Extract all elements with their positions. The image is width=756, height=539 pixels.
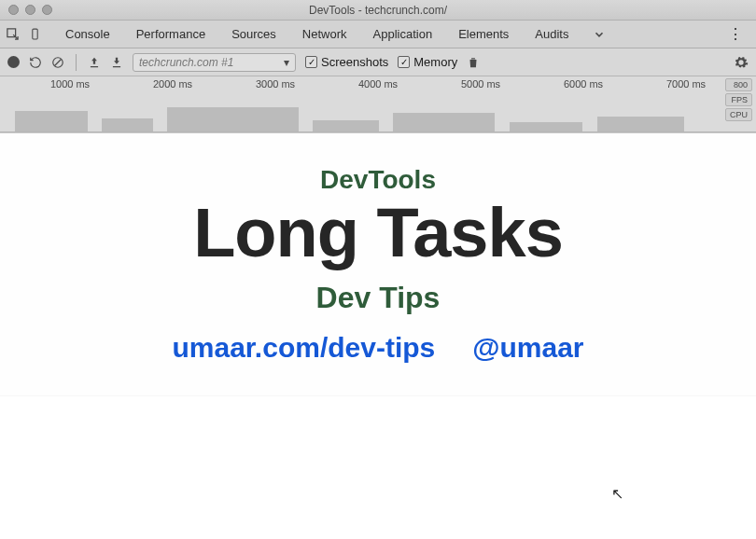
gauge-cpu: CPU — [725, 108, 752, 121]
legend-swatch — [200, 511, 211, 522]
close-traffic-light[interactable] — [8, 5, 19, 15]
legend-swatch — [200, 458, 211, 469]
hero-overlay: DevTools Long Tasks Dev Tips umaar.com/d… — [0, 133, 756, 395]
legend-value: 1150.3 ms — [127, 510, 192, 523]
kebab-menu-icon[interactable]: ⋮ — [721, 25, 750, 43]
gauge-val: 800 — [725, 78, 752, 91]
panel-tabbar: Console Performance Sources Network Appl… — [0, 21, 756, 48]
tick-label: 3000 ms — [224, 78, 327, 93]
traffic-lights — [0, 5, 52, 15]
tab-elements[interactable]: Elements — [445, 21, 522, 48]
timeline-overview[interactable]: 1000 ms 2000 ms 3000 ms 4000 ms 5000 ms … — [0, 76, 756, 132]
reload-record-icon[interactable] — [29, 56, 42, 69]
legend-label: System — [218, 510, 256, 523]
device-toolbar-icon[interactable] — [29, 26, 41, 42]
tick-label: 4000 ms — [327, 78, 429, 93]
performance-toolbar: techcrunch.com #1 ▾ ✓ Screenshots ✓ Memo… — [0, 48, 756, 76]
window-titlebar: DevTools - techcrunch.com/ — [0, 0, 756, 21]
record-button[interactable] — [7, 56, 20, 68]
tick-label: 1000 ms — [19, 78, 121, 93]
hero-headline: Long Tasks — [193, 199, 563, 268]
legend-label: Painting — [218, 492, 259, 505]
tab-network[interactable]: Network — [289, 21, 360, 48]
legend-label: Loading — [218, 439, 259, 452]
timeline-ticks: 1000 ms 2000 ms 3000 ms 4000 ms 5000 ms … — [0, 78, 756, 93]
svg-line-4 — [55, 59, 62, 65]
legend-swatch — [200, 440, 211, 451]
memory-checkbox[interactable]: ✓ Memory — [398, 55, 457, 69]
legend-row: 4858.7 msScripting — [127, 457, 270, 470]
hero-kicker: DevTools — [320, 165, 436, 195]
tick-label: 6000 ms — [532, 78, 635, 93]
tab-application[interactable]: Application — [360, 21, 446, 48]
legend-label: Rendering — [218, 475, 270, 488]
download-profile-icon[interactable] — [110, 56, 123, 69]
tab-audits[interactable]: Audits — [522, 21, 581, 48]
legend-value: 893.4 ms — [127, 475, 192, 488]
tabs-overflow-icon[interactable] — [587, 28, 611, 41]
legend-swatch — [200, 493, 211, 504]
settings-gear-icon[interactable] — [734, 55, 749, 70]
gauge-fps: FPS — [725, 93, 752, 106]
legend-row: 328.8 msPainting — [127, 492, 270, 505]
summary-donut-chart: 7780 ms — [9, 430, 112, 532]
timeline-gauges: 800 FPS CPU — [725, 78, 752, 130]
minimize-traffic-light[interactable] — [25, 5, 35, 15]
garbage-collect-icon[interactable] — [467, 56, 480, 69]
inspect-element-icon[interactable] — [6, 27, 20, 41]
legend-swatch — [200, 476, 211, 487]
hero-link-site[interactable]: umaar.com/dev-tips — [172, 332, 435, 364]
hero-subhead: Dev Tips — [316, 281, 441, 315]
legend-label: Scripting — [218, 457, 262, 470]
hero-link-handle[interactable]: @umaar — [472, 332, 583, 364]
screenshots-checkbox[interactable]: ✓ Screenshots — [305, 55, 388, 69]
upload-profile-icon[interactable] — [88, 56, 101, 69]
memory-label: Memory — [413, 55, 457, 69]
legend-row: 1150.3 msSystem — [127, 510, 270, 523]
summary-legend: 53.4 msLoading4858.7 msScripting893.4 ms… — [127, 439, 270, 523]
timeline-flames — [0, 102, 728, 131]
tick-label: 2000 ms — [121, 78, 224, 93]
legend-value: 53.4 ms — [127, 439, 192, 452]
recording-label: techcrunch.com #1 — [139, 56, 233, 69]
svg-rect-1 — [33, 29, 37, 39]
summary-pane: Range: 0 – 7.78 s 7780 ms 53.4 msLoading… — [0, 395, 756, 539]
legend-value: 328.8 ms — [127, 492, 192, 505]
tab-console[interactable]: Console — [52, 21, 123, 48]
zoom-traffic-light[interactable] — [42, 5, 52, 15]
tick-label: 5000 ms — [429, 78, 532, 93]
clear-icon[interactable] — [51, 56, 64, 69]
legend-value: 4858.7 ms — [127, 457, 192, 470]
tab-performance[interactable]: Performance — [123, 21, 218, 48]
screenshots-label: Screenshots — [321, 55, 388, 69]
recording-selector[interactable]: techcrunch.com #1 ▾ — [133, 53, 296, 72]
window-title: DevTools - techcrunch.com/ — [0, 4, 756, 17]
donut-center-label: 7780 ms — [9, 430, 112, 532]
panel-tabs: Console Performance Sources Network Appl… — [52, 21, 581, 48]
legend-row: 893.4 msRendering — [127, 475, 270, 488]
legend-row: 53.4 msLoading — [127, 439, 270, 452]
summary-range: Range: 0 – 7.78 s — [9, 403, 747, 417]
tab-sources[interactable]: Sources — [218, 21, 289, 48]
dropdown-caret-icon: ▾ — [284, 56, 289, 69]
tick-label: 7000 ms — [635, 78, 737, 93]
